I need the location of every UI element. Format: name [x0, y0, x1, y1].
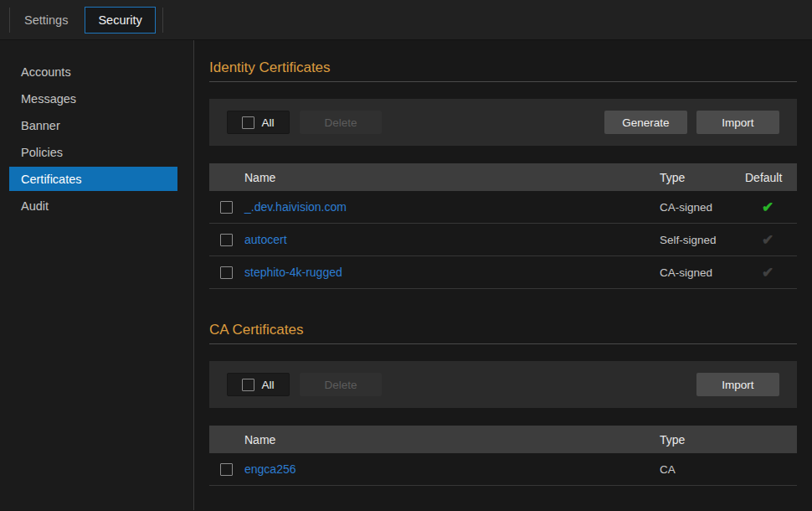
column-header-name: Name	[244, 433, 660, 446]
select-all-button[interactable]: All	[227, 111, 290, 134]
identity-certificates-title: Identity Certificates	[209, 60, 797, 75]
row-checkbox[interactable]	[220, 266, 233, 279]
sidebar-item-policies[interactable]: Policies	[9, 140, 177, 164]
tab-settings[interactable]: Settings	[10, 13, 85, 27]
select-all-checkbox[interactable]	[242, 116, 254, 129]
ca-toolbar: All Delete Import	[209, 361, 797, 408]
certificate-link[interactable]: _.dev.haivision.com	[244, 200, 347, 214]
sidebar-item-accounts[interactable]: Accounts	[9, 59, 177, 84]
certificate-type: CA	[660, 463, 797, 476]
column-header-default: Default	[745, 171, 797, 184]
select-all-label: All	[261, 116, 274, 129]
column-header-type: Type	[660, 171, 745, 184]
tab-security[interactable]: Security	[85, 7, 155, 34]
table-row: _.dev.haivision.com CA-signed ✔	[209, 191, 797, 224]
select-all-checkbox[interactable]	[242, 379, 254, 391]
sidebar-item-certificates[interactable]: Certificates	[9, 167, 177, 191]
generate-button[interactable]: Generate	[604, 111, 687, 134]
identity-toolbar: All Delete Generate Import	[209, 99, 797, 146]
tab-divider	[162, 8, 163, 33]
import-button[interactable]: Import	[696, 373, 779, 396]
content-area: Accounts Messages Banner Policies Certif…	[0, 40, 812, 510]
sidebar-item-messages[interactable]: Messages	[9, 86, 177, 111]
row-checkbox[interactable]	[220, 201, 233, 214]
certificates-panel: Identity Certificates All Delete Generat…	[194, 40, 812, 510]
section-divider	[209, 343, 797, 344]
certificate-link[interactable]: autocert	[244, 233, 287, 246]
ca-certificates-table: Name Type engca256 CA	[209, 426, 797, 486]
sidebar-item-audit[interactable]: Audit	[9, 194, 177, 218]
delete-button[interactable]: Delete	[300, 111, 382, 134]
select-all-label: All	[261, 379, 274, 391]
row-checkbox[interactable]	[220, 463, 233, 476]
table-header: Name Type	[209, 426, 797, 453]
sidebar-item-banner[interactable]: Banner	[9, 113, 177, 137]
security-sidebar: Accounts Messages Banner Policies Certif…	[0, 40, 194, 510]
ca-certificates-title: CA Certificates	[209, 323, 797, 338]
select-all-button[interactable]: All	[227, 373, 290, 396]
certificate-type: CA-signed	[660, 266, 745, 279]
column-header-name: Name	[244, 171, 660, 184]
table-header: Name Type Default	[209, 163, 797, 191]
section-divider	[209, 81, 797, 82]
certificate-type: CA-signed	[660, 201, 745, 214]
certificate-type: Self-signed	[660, 234, 745, 246]
table-row: autocert Self-signed ✔	[209, 224, 797, 256]
table-row: engca256 CA	[209, 453, 797, 486]
identity-certificates-table: Name Type Default _.dev.haivision.com CA…	[209, 163, 797, 289]
default-check-icon[interactable]: ✔	[745, 199, 797, 216]
table-row: stephito-4k-rugged CA-signed ✔	[209, 256, 797, 289]
certificate-link[interactable]: stephito-4k-rugged	[244, 266, 342, 279]
default-check-icon[interactable]: ✔	[745, 264, 797, 281]
row-checkbox[interactable]	[220, 234, 233, 246]
certificate-link[interactable]: engca256	[244, 462, 296, 476]
column-header-type: Type	[660, 433, 797, 446]
default-check-icon[interactable]: ✔	[745, 231, 797, 249]
top-tab-bar: Settings Security	[0, 0, 812, 40]
import-button[interactable]: Import	[696, 111, 779, 134]
delete-button[interactable]: Delete	[300, 373, 382, 396]
